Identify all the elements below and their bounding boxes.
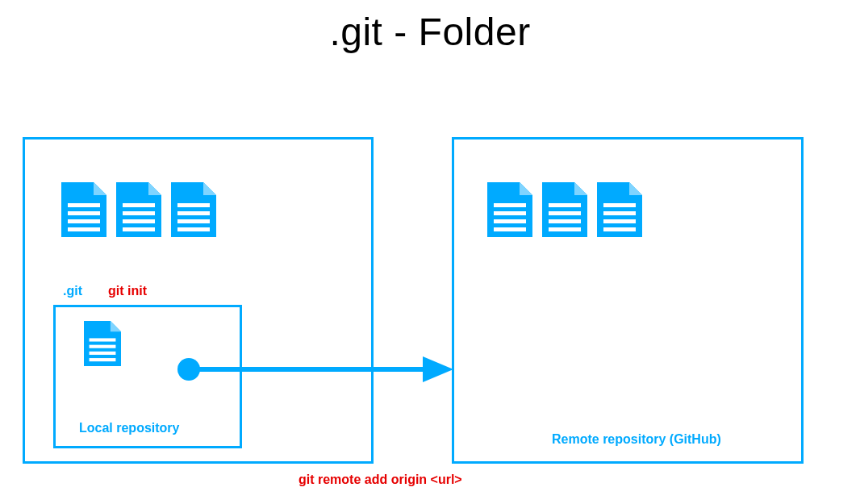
push-arrow-icon	[173, 353, 455, 385]
local-repo-label: Local repository	[79, 421, 179, 435]
svg-rect-24	[90, 338, 116, 341]
svg-rect-12	[494, 203, 526, 207]
svg-rect-16	[549, 203, 581, 207]
svg-rect-14	[494, 219, 526, 223]
svg-rect-9	[177, 211, 210, 215]
svg-rect-11	[177, 227, 210, 231]
dotgit-file-row	[84, 321, 121, 366]
file-icon	[61, 182, 106, 237]
svg-rect-8	[177, 203, 210, 207]
svg-rect-23	[603, 227, 636, 231]
svg-rect-26	[90, 352, 116, 355]
file-icon	[542, 182, 587, 237]
svg-marker-30	[423, 356, 453, 382]
dotgit-label: .git	[63, 284, 82, 298]
svg-rect-25	[90, 345, 116, 348]
svg-rect-4	[123, 203, 155, 207]
svg-rect-15	[494, 227, 526, 231]
remote-files-row	[487, 182, 642, 237]
svg-rect-10	[177, 219, 210, 223]
svg-rect-18	[549, 219, 581, 223]
file-icon	[487, 182, 532, 237]
svg-rect-21	[603, 211, 636, 215]
svg-rect-27	[90, 358, 116, 361]
svg-rect-0	[68, 203, 100, 207]
svg-rect-13	[494, 211, 526, 215]
file-icon	[116, 182, 161, 237]
svg-rect-6	[123, 219, 155, 223]
svg-rect-3	[68, 227, 100, 231]
command-label: git remote add origin <url>	[298, 473, 462, 487]
svg-rect-20	[603, 203, 636, 207]
local-files-row	[61, 182, 216, 237]
svg-rect-5	[123, 211, 155, 215]
svg-rect-19	[549, 227, 581, 231]
svg-rect-1	[68, 211, 100, 215]
remote-repo-label: Remote repository (GitHub)	[552, 432, 721, 447]
svg-rect-22	[603, 219, 636, 223]
svg-point-28	[177, 358, 200, 381]
svg-rect-17	[549, 211, 581, 215]
svg-rect-7	[123, 227, 155, 231]
gitinit-label: git init	[108, 284, 147, 298]
file-icon	[597, 182, 642, 237]
file-icon	[171, 182, 216, 237]
file-icon	[84, 321, 121, 366]
svg-rect-2	[68, 219, 100, 223]
